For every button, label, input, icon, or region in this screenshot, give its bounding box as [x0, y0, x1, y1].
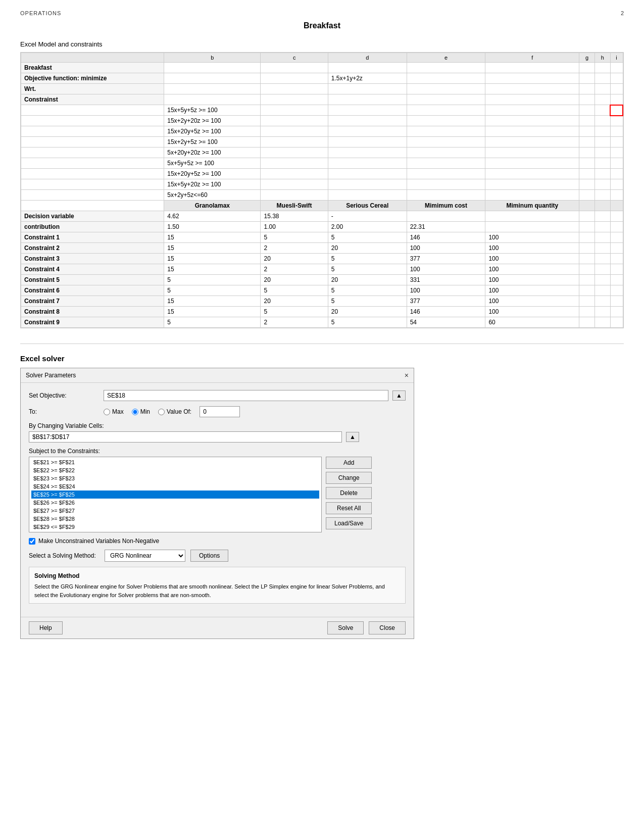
- cell: 146: [407, 307, 485, 317]
- cell: 60: [485, 317, 579, 328]
- constraint-item[interactable]: $E$26 >= $F$26: [31, 499, 319, 507]
- cell: [610, 94, 623, 105]
- constraint-item[interactable]: $E$29 <= $F$29: [31, 523, 319, 531]
- col-c: c: [261, 53, 328, 63]
- options-button[interactable]: Options: [190, 550, 228, 562]
- cell: [485, 94, 579, 105]
- cell: [579, 317, 595, 328]
- solve-button[interactable]: Solve: [327, 621, 364, 634]
- cell: [579, 190, 595, 201]
- cell: [407, 126, 485, 137]
- cell: [610, 84, 623, 94]
- cell: [595, 84, 610, 94]
- cell: [595, 116, 610, 126]
- variable-cells-section: By Changing Variable Cells: ▲: [29, 422, 406, 443]
- reset-all-button[interactable]: Reset All: [326, 502, 372, 514]
- page-header: OPERATIONS 2: [20, 10, 624, 16]
- value-of-radio[interactable]: [158, 409, 165, 415]
- cell: [328, 179, 407, 190]
- solving-method-select[interactable]: GRG NonlinearSimplex LPEvolutionary: [105, 550, 185, 562]
- set-objective-input[interactable]: [104, 390, 388, 401]
- cell: [485, 222, 579, 232]
- constraint-item[interactable]: $E$27 >= $F$27: [31, 507, 319, 515]
- cell: [610, 307, 623, 317]
- close-icon[interactable]: ×: [405, 371, 409, 379]
- add-constraint-button[interactable]: Add: [326, 457, 372, 469]
- cell: 15x+20y+5z >= 100: [164, 169, 261, 179]
- constraint-item[interactable]: $E$22 >= $F$22: [31, 466, 319, 474]
- row-label: Constraint 5: [21, 275, 164, 285]
- change-constraint-button[interactable]: Change: [326, 472, 372, 484]
- solver-dialog: Solver Parameters × Set Objective: ▲ To:…: [20, 368, 414, 639]
- cell: 15: [164, 254, 261, 264]
- help-button[interactable]: Help: [29, 621, 63, 634]
- row-label: [21, 201, 164, 211]
- table-row: Constraint 552020331100: [21, 275, 623, 285]
- constraints-label: Subject to the Constraints:: [29, 448, 406, 455]
- load-save-button[interactable]: Load/Save: [326, 517, 372, 529]
- cell: [610, 158, 623, 169]
- constraint-item[interactable]: $E$28 >= $F$28: [31, 515, 319, 523]
- table-row: 15x+20y+5z >= 100: [21, 169, 623, 179]
- solving-method-description-box: Solving Method Select the GRG Nonlinear …: [29, 567, 406, 604]
- cell: [485, 116, 579, 126]
- min-radio[interactable]: [132, 409, 138, 415]
- row-label: [21, 158, 164, 169]
- variable-cells-up-button[interactable]: ▲: [346, 432, 359, 442]
- min-radio-label[interactable]: Min: [132, 408, 150, 415]
- cell: [579, 254, 595, 264]
- cell: 15: [164, 264, 261, 275]
- cell: 2: [261, 243, 328, 254]
- cell: [328, 169, 407, 179]
- cell: [610, 105, 623, 116]
- max-radio[interactable]: [104, 409, 110, 415]
- cell: [595, 317, 610, 328]
- cell: [579, 94, 595, 105]
- cell: [579, 264, 595, 275]
- value-of-input[interactable]: [200, 406, 240, 417]
- row-label: [21, 190, 164, 201]
- constraint-item[interactable]: $E$24 >= $E$24: [31, 482, 319, 490]
- cell: [579, 105, 595, 116]
- cell: [595, 211, 610, 222]
- close-dialog-button[interactable]: Close: [369, 621, 406, 634]
- constraint-item[interactable]: $E$23 >= $F$23: [31, 474, 319, 482]
- cell: [328, 158, 407, 169]
- cell: [485, 169, 579, 179]
- operations-label: OPERATIONS: [20, 10, 61, 16]
- set-objective-row: Set Objective: ▲: [29, 390, 406, 401]
- cell: [328, 126, 407, 137]
- table-row: Wrt.: [21, 84, 623, 94]
- cell: [579, 148, 595, 158]
- section-divider: [20, 344, 624, 344]
- constraint-item[interactable]: $E$25 >= $F$25: [31, 490, 319, 499]
- to-row: To: Max Min Value Of:: [29, 406, 406, 417]
- constraints-list[interactable]: $E$21 >= $F$21$E$22 >= $F$22$E$23 >= $F$…: [29, 457, 322, 532]
- solver-titlebar: Solver Parameters ×: [21, 368, 414, 383]
- constraint-item[interactable]: $E$21 >= $F$21: [31, 458, 319, 466]
- cell: [261, 148, 328, 158]
- unconstrained-checkbox[interactable]: [29, 538, 35, 545]
- cell: [579, 116, 595, 126]
- variable-cells-input[interactable]: [29, 431, 342, 443]
- cell: 1.5x+1y+2z: [328, 73, 407, 84]
- cell: [407, 137, 485, 148]
- cell: [261, 63, 328, 73]
- cell: 5: [261, 285, 328, 296]
- cell: 15x+20y+5z >= 100: [164, 126, 261, 137]
- max-radio-label[interactable]: Max: [104, 408, 124, 415]
- objective-up-button[interactable]: ▲: [392, 390, 406, 401]
- cell: 100: [485, 285, 579, 296]
- col-i: i: [610, 53, 623, 63]
- cell: [610, 243, 623, 254]
- cell: [261, 169, 328, 179]
- row-label: [21, 116, 164, 126]
- value-of-radio-label[interactable]: Value Of:: [158, 408, 191, 415]
- cell: [485, 126, 579, 137]
- cell: [485, 63, 579, 73]
- delete-constraint-button[interactable]: Delete: [326, 487, 372, 499]
- table-row: Constraint 215220100100: [21, 243, 623, 254]
- table-row: 5x+2y+5z<=60: [21, 190, 623, 201]
- cell: 5: [328, 254, 407, 264]
- cell: [164, 73, 261, 84]
